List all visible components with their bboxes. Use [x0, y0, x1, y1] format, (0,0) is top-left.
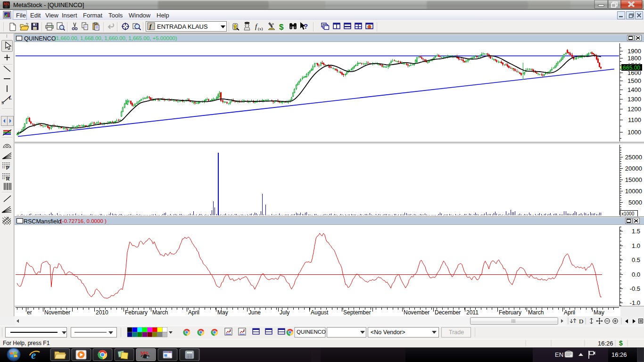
svg-text:R: R — [6, 176, 10, 181]
svg-text:November: November — [44, 309, 70, 316]
svg-text:x1000: x1000 — [621, 211, 635, 216]
svg-text:1.5: 1.5 — [632, 228, 640, 235]
svg-text:MetaStock - [QUINENCO]: MetaStock - [QUINENCO] — [13, 1, 84, 8]
svg-text:S: S — [1, 100, 4, 105]
svg-text:1665.00: 1665.00 — [620, 65, 641, 71]
svg-text:2011: 2011 — [466, 309, 479, 316]
svg-text:February: February — [125, 309, 148, 316]
svg-text:File: File — [16, 12, 26, 19]
svg-text:0.0: 0.0 — [632, 271, 640, 278]
svg-text:10000: 10000 — [625, 188, 642, 195]
svg-text:June: June — [248, 309, 261, 316]
svg-text:<No Vendor>: <No Vendor> — [371, 329, 405, 336]
svg-text:-1.0: -1.0 — [630, 299, 640, 306]
svg-text:25000: 25000 — [625, 154, 642, 161]
svg-text:L: L — [9, 96, 12, 100]
svg-text:Help: Help — [157, 12, 169, 19]
svg-text:P: P — [6, 165, 9, 171]
svg-text:(1,660.00, 1,668.00, 1,660.00,: (1,660.00, 1,668.00, 1,660.00, 1,665.00,… — [54, 35, 177, 41]
svg-text:1500: 1500 — [627, 77, 641, 84]
svg-text:Tools: Tools — [108, 12, 123, 19]
svg-text:2010: 2010 — [96, 309, 108, 316]
svg-text:May: May — [217, 309, 228, 316]
svg-text:EN: EN — [555, 351, 563, 358]
svg-text:July: July — [280, 309, 289, 316]
svg-text:1300: 1300 — [627, 96, 641, 103]
svg-text:1800: 1800 — [627, 55, 641, 62]
svg-text:1: 1 — [229, 329, 231, 332]
svg-text:1: 1 — [243, 329, 245, 332]
svg-text:0.5: 0.5 — [632, 256, 640, 263]
svg-text:March: March — [152, 309, 168, 316]
svg-text:-0.5: -0.5 — [630, 285, 640, 292]
svg-text:?: ? — [304, 22, 308, 30]
svg-text:May: May — [594, 309, 604, 316]
svg-text:April: April — [188, 309, 199, 316]
svg-text:1100: 1100 — [628, 116, 641, 123]
svg-text:RSCMansfield: RSCMansfield — [24, 218, 61, 225]
svg-text:(x): (x) — [258, 26, 263, 31]
svg-text:View: View — [45, 12, 59, 19]
svg-text:Format: Format — [83, 12, 103, 19]
svg-text:1900: 1900 — [627, 48, 641, 55]
svg-text:For Help, press F1: For Help, press F1 — [3, 340, 50, 346]
svg-text:er: er — [27, 309, 32, 316]
svg-text:November: November — [404, 309, 429, 316]
svg-text:1.0: 1.0 — [632, 242, 640, 249]
svg-text:QUINENCO: QUINENCO — [297, 329, 326, 335]
svg-text:16:26: 16:26 — [611, 351, 627, 358]
svg-text:1200: 1200 — [627, 106, 641, 113]
svg-text:Trade: Trade — [449, 329, 464, 336]
svg-text:16:26: 16:26 — [598, 340, 613, 347]
svg-text:ENTRADA KLAUS: ENTRADA KLAUS — [157, 23, 208, 30]
svg-text:D: D — [579, 318, 583, 325]
svg-text:20000: 20000 — [625, 165, 642, 172]
svg-text:1000: 1000 — [627, 129, 641, 136]
svg-text:August: August — [311, 309, 329, 316]
svg-text:1400: 1400 — [627, 86, 641, 93]
svg-text:15000: 15000 — [625, 176, 642, 183]
svg-text:Window: Window — [129, 12, 151, 19]
svg-text:5000: 5000 — [628, 199, 642, 206]
svg-text:Edit: Edit — [30, 12, 41, 19]
svg-text:February: February — [499, 309, 521, 316]
svg-text:April: April — [564, 309, 575, 316]
svg-text:$: $ — [619, 339, 623, 347]
svg-text:(-0.72716, 0.0000 ): (-0.72716, 0.0000 ) — [60, 218, 107, 224]
svg-text:September: September — [343, 309, 371, 316]
svg-text:Insert: Insert — [62, 12, 77, 19]
svg-text:March: March — [528, 309, 544, 316]
svg-text:QUINENCO: QUINENCO — [24, 35, 56, 42]
svg-text:$: $ — [279, 23, 284, 32]
svg-text:December: December — [435, 309, 461, 316]
